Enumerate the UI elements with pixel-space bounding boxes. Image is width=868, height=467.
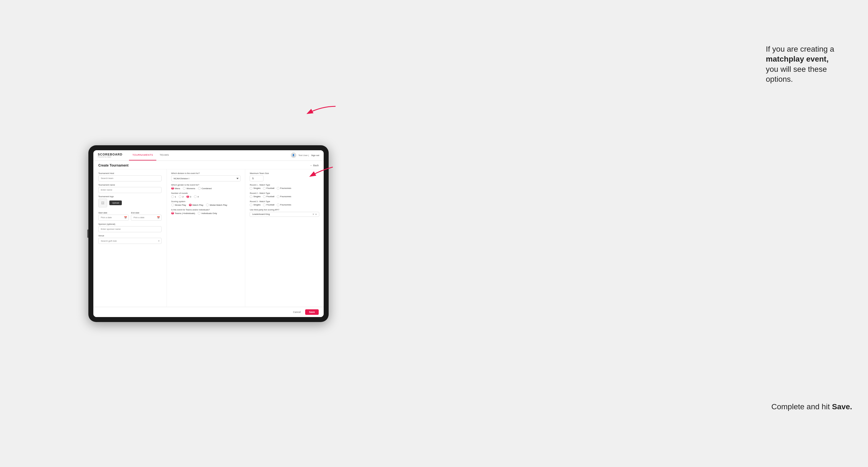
tournament-logo-label: Tournament logo — [98, 195, 161, 198]
logo-placeholder: 🖼 — [98, 198, 107, 208]
api-remove-icon[interactable]: ✕ ▾ — [312, 213, 317, 216]
api-group: Use third-party live scoring API? Leader… — [250, 209, 319, 217]
nav-tab-tournaments[interactable]: TOURNAMENTS — [129, 150, 156, 161]
gender-mens[interactable]: Mens — [171, 187, 180, 190]
tournament-name-group: Tournament name — [98, 184, 161, 193]
round2-foursomes-radio[interactable] — [277, 195, 279, 198]
event-teams[interactable]: Teams (+Individuals) — [171, 212, 195, 215]
arrow-bottom — [302, 164, 336, 180]
cancel-button[interactable]: Cancel — [291, 309, 303, 315]
scoring-match[interactable]: Match Play — [189, 204, 204, 206]
rounds-4-radio[interactable] — [194, 195, 197, 198]
navbar: SCOREBOARD Powered by clippit TOURNAMENT… — [93, 150, 324, 161]
round2-singles-radio[interactable] — [250, 195, 252, 198]
api-tag: Leaderboard King ✕ ▾ — [250, 212, 319, 217]
max-team-size-input[interactable] — [250, 175, 264, 181]
round3-fourball[interactable]: Fourball — [263, 204, 275, 206]
scoring-group: Scoring system Stroke Play Match Play — [171, 200, 241, 206]
annotation-bottom-right: Complete and hit Save. — [771, 402, 854, 412]
tablet-frame: SCOREBOARD Powered by clippit TOURNAMENT… — [88, 145, 329, 322]
tournament-host-group: Tournament Host — [98, 172, 161, 181]
rounds-2[interactable]: 2 — [179, 195, 183, 198]
round1-fourball-radio[interactable] — [263, 187, 266, 190]
round3-singles[interactable]: Singles — [250, 204, 260, 206]
logo-upload-area: 🖼 Upload — [98, 198, 161, 208]
division-select[interactable]: NCAA Division I — [171, 175, 241, 181]
event-individuals-radio[interactable] — [198, 212, 200, 215]
start-date-wrap: 📅 — [98, 215, 129, 221]
rounds-1[interactable]: 1 — [171, 195, 176, 198]
scoring-stroke[interactable]: Stroke Play — [171, 204, 186, 206]
app-subtitle: Powered by clippit — [98, 156, 122, 158]
annotation-bottom-bold: Save. — [832, 402, 852, 411]
scoring-medal[interactable]: Medal Match Play — [206, 204, 227, 206]
rounds-radio-group: 1 2 3 — [171, 195, 241, 198]
annotation-right: If you are creating a matchplay event, y… — [766, 44, 843, 85]
round1-foursomes-radio[interactable] — [277, 187, 279, 190]
rounds-group: Number of rounds 1 2 — [171, 192, 241, 198]
scoring-stroke-radio[interactable] — [171, 204, 174, 206]
round2-singles[interactable]: Singles — [250, 195, 260, 198]
rounds-3-radio[interactable] — [186, 195, 189, 198]
round3-singles-radio[interactable] — [250, 204, 252, 206]
round3-fourball-radio[interactable] — [263, 204, 266, 206]
tournament-host-input[interactable] — [98, 175, 161, 181]
round2-fourball-radio[interactable] — [263, 195, 266, 198]
round1-fourball[interactable]: Fourball — [263, 187, 275, 190]
round1-match-type: Round 1 - Match Type Singles Fourball — [250, 184, 319, 190]
rounds-3[interactable]: 3 — [186, 195, 191, 198]
user-avatar: 👤 — [291, 152, 296, 158]
scoring-match-radio[interactable] — [189, 204, 192, 206]
round3-label: Round 3 - Match Type — [250, 200, 319, 203]
save-button[interactable]: Save — [305, 309, 319, 315]
gender-womens-radio[interactable] — [183, 187, 186, 190]
gender-combined[interactable]: Combined — [198, 187, 212, 190]
rounds-1-radio[interactable] — [171, 195, 174, 198]
venue-group: Venue ▼ — [98, 235, 161, 244]
nav-right: 👤 Test User | Sign out — [291, 152, 319, 158]
right-column: Maximum Team Size Round 1 - Match Type S… — [245, 169, 324, 307]
tournament-name-label: Tournament name — [98, 184, 161, 186]
form-footer: Cancel Save — [93, 307, 324, 317]
upload-button[interactable]: Upload — [110, 200, 122, 205]
venue-input[interactable] — [98, 238, 161, 244]
gender-womens[interactable]: Womens — [183, 187, 195, 190]
tournament-name-input[interactable] — [98, 187, 161, 193]
gender-combined-radio[interactable] — [198, 187, 201, 190]
end-date-label: End date — [131, 212, 139, 214]
app-title: SCOREBOARD — [98, 153, 122, 156]
round1-foursomes[interactable]: Foursomes — [277, 187, 291, 190]
annotation-right-line1: If you are creating a — [766, 45, 834, 53]
signout-link[interactable]: Sign out — [311, 154, 319, 157]
api-label: Use third-party live scoring API? — [250, 209, 319, 211]
arrow-top — [300, 103, 338, 120]
tablet-screen: SCOREBOARD Powered by clippit TOURNAMENT… — [93, 150, 324, 317]
gender-label: Which gender is the event for? — [171, 184, 241, 186]
side-tab — [87, 229, 88, 238]
round2-fourball[interactable]: Fourball — [263, 195, 275, 198]
user-label: Test User | — [299, 154, 309, 157]
round1-singles[interactable]: Singles — [250, 187, 260, 190]
rounds-2-radio[interactable] — [179, 195, 181, 198]
round3-match-type: Round 3 - Match Type Singles Fourball — [250, 200, 319, 206]
sponsor-input[interactable] — [98, 226, 161, 232]
rounds-4[interactable]: 4 — [194, 195, 198, 198]
round3-foursomes[interactable]: Foursomes — [277, 204, 291, 206]
annotation-right-bold: matchplay event, — [766, 55, 829, 63]
round3-foursomes-radio[interactable] — [277, 204, 279, 206]
scoring-medal-radio[interactable] — [206, 204, 209, 206]
round2-match-type: Round 2 - Match Type Singles Fourball — [250, 192, 319, 198]
event-teams-radio[interactable] — [171, 212, 174, 215]
round2-options: Singles Fourball Foursomes — [250, 195, 319, 198]
round2-foursomes[interactable]: Foursomes — [277, 195, 291, 198]
annotation-bottom-line1: Complete and hit — [771, 402, 830, 411]
sponsor-group: Sponsor (optional) — [98, 223, 161, 232]
gender-mens-radio[interactable] — [171, 187, 174, 190]
round1-singles-radio[interactable] — [250, 187, 252, 190]
end-date-wrap: 📅 — [131, 215, 161, 221]
middle-column: Which division is the event for? NCAA Di… — [167, 169, 246, 307]
event-individuals[interactable]: Individuals Only — [198, 212, 217, 215]
venue-label: Venue — [98, 235, 161, 237]
calendar-icon-end: 📅 — [157, 216, 160, 219]
nav-tab-teams[interactable]: TEAMS — [156, 150, 172, 161]
